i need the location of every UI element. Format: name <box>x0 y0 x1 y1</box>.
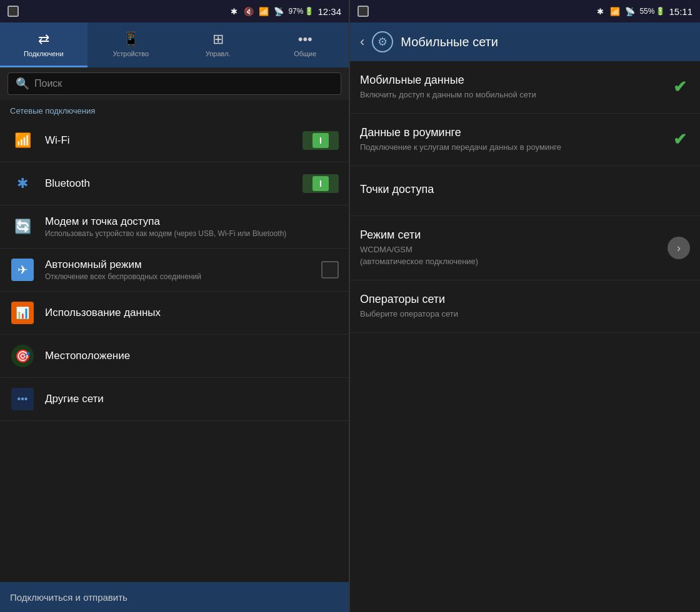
settings-item-bluetooth[interactable]: ✱ Bluetooth I <box>0 162 349 205</box>
right-item-operators[interactable]: Операторы сети Выберите оператора сети <box>350 280 700 333</box>
tab-manage[interactable]: ⊞ Управл. <box>174 22 262 67</box>
networkmode-content: Режим сети WCDMA/GSM(автоматическое подк… <box>360 229 658 267</box>
location-icon-wrap: 🎯 <box>11 345 34 367</box>
tab-general[interactable]: ••• Общие <box>262 22 349 67</box>
bluetooth-toggle-inner: I <box>312 176 329 191</box>
status-left-icons <box>8 6 19 17</box>
mobiledata-content: Мобильные данные Включить доступ к данны… <box>360 74 660 101</box>
manage-icon: ⊞ <box>212 31 224 47</box>
modem-icon: 🔄 <box>10 214 35 239</box>
location-content: Местоположение <box>45 350 339 362</box>
back-button[interactable]: ‹ <box>360 34 364 50</box>
roaming-content: Данные в роуминге Подключение к услугам … <box>360 126 660 153</box>
page-title: Мобильные сети <box>401 35 498 49</box>
mobiledata-check: ✔ <box>670 77 690 97</box>
signal-icon: 📡 <box>273 6 284 17</box>
mobiledata-checkmark: ✔ <box>673 77 687 97</box>
status-right-info: ✱ 🔇 📶 📡 97% 🔋 12:34 <box>228 6 341 17</box>
othernets-content: Другие сети <box>45 393 339 405</box>
search-input[interactable] <box>34 78 333 89</box>
settings-item-datausage[interactable]: 📊 Использование данных <box>0 292 349 335</box>
right-panel: ✱ 📶 📡 55% 🔋 15:11 ‹ ⚙ Мобильные сети Моб… <box>350 0 700 612</box>
othernets-icon: ••• <box>10 387 35 412</box>
right-battery-percent: 55% <box>639 7 654 16</box>
battery-display: 97% 🔋 <box>288 7 314 16</box>
settings-list: 📶 Wi-Fi I ✱ Bluetooth I 🔄 Модем и точка … <box>0 119 349 582</box>
right-signal-icon: 📡 <box>624 6 636 17</box>
data-usage-icon: 📊 <box>10 300 35 325</box>
right-status-left <box>358 6 369 17</box>
location-icon: 🎯 <box>10 343 35 368</box>
right-wifi-icon: 📶 <box>609 6 621 17</box>
wifi-toggle[interactable]: I <box>302 131 339 150</box>
battery-percent: 97% <box>288 7 303 16</box>
networkmode-arrow: › <box>668 237 690 259</box>
operators-content: Операторы сети Выберите оператора сети <box>360 293 690 320</box>
wifi-status-icon: 📶 <box>258 6 269 17</box>
bt-icon: ✱ <box>10 171 35 196</box>
tab-device[interactable]: 📱 Устройство <box>88 22 175 67</box>
settings-item-airplane[interactable]: ✈ Автономный режим Отключение всех беспр… <box>0 249 349 292</box>
wifi-icon: 📶 <box>10 128 35 153</box>
right-status-right: ✱ 📶 📡 55% 🔋 15:11 <box>594 6 692 17</box>
bluetooth-toggle[interactable]: I <box>302 174 339 193</box>
left-clock: 12:34 <box>318 6 341 17</box>
mute-icon: 🔇 <box>243 6 254 17</box>
wifi-toggle-inner: I <box>312 133 329 148</box>
search-input-wrap[interactable]: 🔍 <box>8 72 341 95</box>
bluetooth-content: Bluetooth <box>45 177 292 190</box>
right-settings-list: Мобильные данные Включить доступ к данны… <box>350 61 700 612</box>
connections-icon: ⇄ <box>38 31 49 47</box>
roaming-check: ✔ <box>670 130 690 150</box>
page-header: ‹ ⚙ Мобильные сети <box>350 22 700 61</box>
search-icon: 🔍 <box>16 77 29 91</box>
device-icon: 📱 <box>122 31 139 47</box>
datausage-content: Использование данных <box>45 307 339 319</box>
accesspoints-content: Точки доступа <box>360 183 690 199</box>
data-icon-wrap: 📊 <box>11 302 34 324</box>
watch-icon <box>8 6 19 17</box>
airplane-checkbox[interactable] <box>321 261 339 279</box>
right-clock: 15:11 <box>669 6 692 17</box>
header-gear-icon: ⚙ <box>372 31 393 52</box>
settings-item-wifi[interactable]: 📶 Wi-Fi I <box>0 119 349 162</box>
more-icon-wrap: ••• <box>11 388 34 410</box>
bottom-bar[interactable]: Подключиться и отправить <box>0 582 349 612</box>
settings-item-location[interactable]: 🎯 Местоположение <box>0 335 349 378</box>
tab-connections[interactable]: ⇄ Подключени <box>0 22 88 67</box>
bluetooth-status-icon: ✱ <box>228 6 239 17</box>
settings-item-othernets[interactable]: ••• Другие сети <box>0 378 349 421</box>
right-bluetooth-icon: ✱ <box>594 6 606 17</box>
wifi-content: Wi-Fi <box>45 134 292 147</box>
right-item-networkmode[interactable]: Режим сети WCDMA/GSM(автоматическое подк… <box>350 216 700 280</box>
right-item-roaming[interactable]: Данные в роуминге Подключение к услугам … <box>350 114 700 166</box>
right-watch-icon <box>358 6 369 17</box>
right-item-accesspoints[interactable]: Точки доступа <box>350 166 700 216</box>
settings-item-modem[interactable]: 🔄 Модем и точка доступа Использовать уст… <box>0 205 349 249</box>
general-icon: ••• <box>298 31 312 47</box>
airplane-icon: ✈ <box>10 257 35 282</box>
right-status-bar: ✱ 📶 📡 55% 🔋 15:11 <box>350 0 700 22</box>
section-header-networks: Сетевые подключения <box>0 100 349 119</box>
right-item-mobiledata[interactable]: Мобильные данные Включить доступ к данны… <box>350 61 700 114</box>
search-bar: 🔍 <box>0 67 349 100</box>
airplane-icon-wrap: ✈ <box>11 259 34 281</box>
left-panel: ✱ 🔇 📶 📡 97% 🔋 12:34 ⇄ Подключени 📱 Устро… <box>0 0 350 612</box>
airplane-content: Автономный режим Отключение всех беспров… <box>45 259 311 281</box>
tab-bar: ⇄ Подключени 📱 Устройство ⊞ Управл. ••• … <box>0 22 349 67</box>
roaming-checkmark: ✔ <box>673 130 687 149</box>
modem-content: Модем и точка доступа Использовать устро… <box>45 215 339 238</box>
right-battery: 55% 🔋 <box>639 7 665 16</box>
networkmode-subtitle: WCDMA/GSM(автоматическое подключение) <box>360 244 658 267</box>
left-status-bar: ✱ 🔇 📶 📡 97% 🔋 12:34 <box>0 0 349 22</box>
